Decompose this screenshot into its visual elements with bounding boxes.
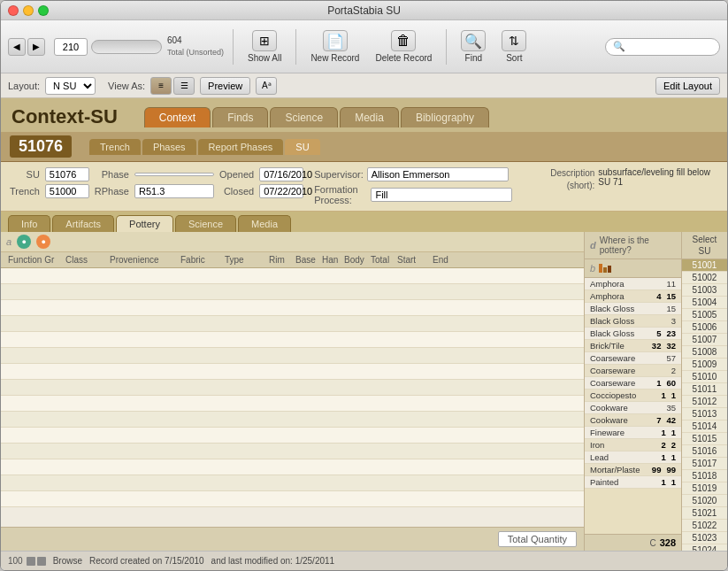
list-view-button[interactable]: ☰ — [173, 77, 195, 95]
su-list-row[interactable]: 51021 — [682, 507, 727, 520]
pottery-summary: d Where is the pottery? b Amphora11Ampho… — [584, 232, 681, 551]
new-record-button[interactable]: 📄 New Record — [305, 28, 364, 65]
zoom-bar-1 — [27, 557, 35, 566]
su-list-row[interactable]: 51017 — [682, 458, 727, 470]
summary-row: Mortar/Plaste9999 — [585, 464, 681, 476]
su-list-row[interactable]: 51020 — [682, 495, 727, 507]
tab-science[interactable]: Science — [270, 107, 338, 127]
summary-name: Fineware — [590, 428, 625, 437]
summary-extra: 2 — [671, 440, 676, 450]
pottery-row-empty-14[interactable] — [1, 475, 584, 491]
pottery-row-empty-11[interactable] — [1, 428, 584, 444]
summary-count: 2 — [671, 366, 676, 375]
summary-count: 32 — [652, 341, 662, 351]
su-list-row[interactable]: 51007 — [682, 334, 727, 346]
pottery-row-empty-15[interactable] — [1, 491, 584, 507]
maximize-button[interactable] — [38, 5, 49, 16]
su-list-row[interactable]: 51022 — [682, 520, 727, 532]
pottery-row-empty-7[interactable] — [1, 364, 584, 380]
chart-bars — [599, 264, 611, 273]
ctab-info[interactable]: Info — [8, 215, 50, 232]
font-size-button[interactable]: Aᵃ — [256, 77, 277, 95]
su-list-row[interactable]: 51019 — [682, 482, 727, 495]
find-button[interactable]: 🔍 Find — [456, 28, 491, 65]
form-view-button[interactable]: ≡ — [150, 77, 172, 95]
col-function-gr: Function Gr — [4, 254, 62, 266]
summary-name: Coarseware — [590, 378, 635, 388]
su-list-row[interactable]: 51023 — [682, 532, 727, 544]
tab-media[interactable]: Media — [340, 107, 399, 127]
subtab-phases[interactable]: Phases — [142, 139, 196, 155]
search-input[interactable] — [629, 42, 712, 52]
summary-row: Coarseware2 — [585, 365, 681, 377]
su-list-row[interactable]: 51016 — [682, 445, 727, 458]
search-box[interactable]: 🔍 — [605, 38, 720, 56]
record-slider[interactable] — [91, 40, 162, 54]
orange-icon[interactable]: ● — [36, 235, 50, 249]
sort-button[interactable]: ⇅ Sort — [496, 28, 532, 65]
su-list-row[interactable]: 51014 — [682, 421, 727, 433]
green-icon[interactable]: ● — [17, 235, 31, 249]
tab-bibliography[interactable]: Bibliography — [401, 107, 489, 127]
su-list-row[interactable]: 51015 — [682, 433, 727, 445]
su-list-row[interactable]: 51010 — [682, 371, 727, 383]
col-fabric: Fabric — [177, 254, 221, 266]
pottery-row-empty-4[interactable] — [1, 316, 584, 332]
record-number-input[interactable] — [54, 38, 88, 56]
pottery-row-empty-9[interactable] — [1, 396, 584, 412]
tab-finds[interactable]: Finds — [212, 107, 268, 127]
divider-2 — [295, 29, 296, 65]
col-total: Total — [367, 254, 394, 266]
ctab-media[interactable]: Media — [238, 215, 291, 232]
preview-button[interactable]: Preview — [200, 77, 250, 95]
pottery-row-empty-13[interactable] — [1, 459, 584, 475]
pottery-row-empty-2[interactable] — [1, 284, 584, 300]
tab-context[interactable]: Context — [144, 107, 211, 127]
su-list-row[interactable]: 51013 — [682, 408, 727, 421]
ctab-artifacts[interactable]: Artifacts — [52, 215, 114, 232]
su-list-row[interactable]: 51012 — [682, 396, 727, 408]
col-body: Body — [341, 254, 367, 266]
pottery-row-empty-1[interactable] — [1, 268, 584, 284]
ctab-pottery[interactable]: Pottery — [116, 215, 173, 232]
su-list-row[interactable]: 51009 — [682, 359, 727, 371]
edit-layout-button[interactable]: Edit Layout — [655, 77, 720, 95]
subtab-trench[interactable]: Trench — [89, 139, 141, 155]
show-all-button[interactable]: ⊞ Show All — [242, 28, 287, 65]
where-label: Where is the pottery? — [600, 235, 676, 255]
close-button[interactable] — [8, 5, 19, 16]
minimize-button[interactable] — [23, 5, 34, 16]
pottery-row-empty-8[interactable] — [1, 380, 584, 396]
summary-total-row: C 328 — [585, 534, 681, 551]
subtab-report-phases[interactable]: Report Phases — [198, 139, 284, 155]
su-list-row[interactable]: 51024 — [682, 544, 727, 551]
view-buttons: ≡ ☰ — [150, 77, 195, 95]
summary-header: d Where is the pottery? — [585, 232, 681, 259]
su-list-row[interactable]: 51008 — [682, 346, 727, 359]
su-list-row[interactable]: 51004 — [682, 297, 727, 309]
delete-record-button[interactable]: 🗑 Delete Record — [370, 28, 437, 65]
formation-value: Fill — [371, 188, 512, 202]
su-list-row[interactable]: 51003 — [682, 284, 727, 297]
summary-name: Amphora — [590, 279, 625, 289]
pottery-row-empty-5[interactable] — [1, 332, 584, 348]
su-list-row[interactable]: 51011 — [682, 383, 727, 396]
pottery-row-empty-3[interactable] — [1, 300, 584, 316]
su-list-row[interactable]: 51001 — [682, 259, 727, 272]
su-list-row[interactable]: 51005 — [682, 309, 727, 321]
pottery-row-empty-6[interactable] — [1, 348, 584, 364]
su-list-row[interactable]: 51002 — [682, 272, 727, 284]
ctab-science[interactable]: Science — [175, 215, 236, 232]
pottery-row-empty-10[interactable] — [1, 412, 584, 428]
su-list-row[interactable]: 51006 — [682, 321, 727, 334]
back-button[interactable]: ◀ — [8, 38, 26, 56]
pottery-footer: Total Quantity — [1, 527, 584, 551]
layout-select[interactable]: N SU — [45, 77, 96, 95]
pottery-row-empty-12[interactable] — [1, 444, 584, 459]
main-content: Context-SU Context Finds Science Media B… — [1, 98, 727, 551]
subtab-su[interactable]: SU — [285, 139, 319, 155]
su-list-row[interactable]: 51018 — [682, 470, 727, 482]
forward-button[interactable]: ▶ — [27, 38, 45, 56]
summary-extra: 23 — [666, 328, 676, 338]
zoom-indicator: 100 — [8, 556, 46, 566]
